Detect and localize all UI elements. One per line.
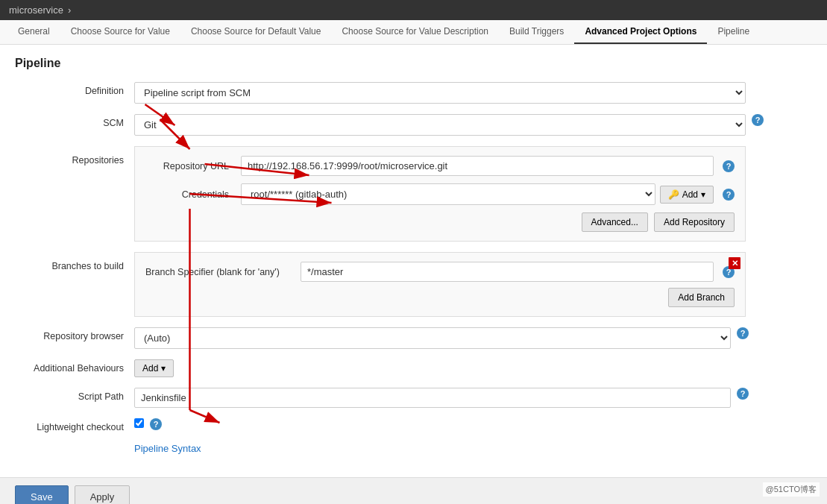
definition-label: Definition bbox=[15, 82, 134, 96]
repo-url-label: Repository URL bbox=[145, 161, 235, 171]
repositories-label: Repositories bbox=[15, 146, 134, 166]
repositories-box: Repository URL ? Credentials root/******… bbox=[134, 146, 746, 242]
credentials-help-icon[interactable]: ? bbox=[723, 189, 735, 201]
additional-behaviours-add-button[interactable]: Add ▾ bbox=[134, 359, 174, 377]
content-area: Pipeline Definition Pipeline script from… bbox=[0, 45, 827, 477]
credentials-select[interactable]: root/****** (gitlab-auth) bbox=[241, 183, 655, 205]
lightweight-checkout-help-icon[interactable]: ? bbox=[150, 418, 162, 430]
repo-url-input[interactable] bbox=[241, 156, 714, 176]
add-branch-button[interactable]: Add Branch bbox=[668, 288, 735, 307]
scm-select[interactable]: Git bbox=[134, 114, 746, 136]
advanced-button[interactable]: Advanced... bbox=[582, 212, 648, 232]
lightweight-checkout-checkbox[interactable] bbox=[134, 418, 144, 428]
tab-pipeline[interactable]: Pipeline bbox=[707, 20, 760, 44]
add-repository-button[interactable]: Add Repository bbox=[654, 212, 735, 232]
definition-select[interactable]: Pipeline script from SCM bbox=[134, 82, 746, 104]
script-path-label: Script Path bbox=[15, 388, 134, 402]
tabs-bar: General Choose Source for Value Choose S… bbox=[0, 20, 827, 45]
watermark: @51CTO博客 bbox=[763, 482, 820, 497]
tab-choose-source-default[interactable]: Choose Source for Default Value bbox=[180, 20, 332, 44]
additional-add-chevron-icon: ▾ bbox=[161, 363, 166, 374]
tab-build-triggers[interactable]: Build Triggers bbox=[499, 20, 574, 44]
bottom-bar: Save Apply bbox=[0, 477, 827, 504]
key-icon: 🔑 bbox=[668, 189, 679, 200]
dropdown-chevron-icon: ▾ bbox=[701, 189, 705, 200]
tab-choose-source-value[interactable]: Choose Source for Value bbox=[60, 20, 180, 44]
tab-choose-source-desc[interactable]: Choose Source for Value Description bbox=[331, 20, 499, 44]
tab-general[interactable]: General bbox=[7, 20, 60, 44]
red-x-button[interactable]: ✕ bbox=[729, 257, 740, 269]
page-title: Pipeline bbox=[15, 57, 812, 70]
pipeline-syntax-link[interactable]: Pipeline Syntax bbox=[134, 443, 201, 454]
repo-browser-select[interactable]: (Auto) bbox=[134, 327, 731, 349]
tab-advanced-project-options[interactable]: Advanced Project Options bbox=[574, 20, 707, 44]
top-bar: microservice › bbox=[0, 0, 827, 20]
branches-label: Branches to build bbox=[15, 252, 134, 271]
apply-button[interactable]: Apply bbox=[75, 485, 131, 504]
project-name[interactable]: microservice bbox=[9, 4, 63, 16]
scm-help-icon[interactable]: ? bbox=[752, 114, 764, 126]
repo-url-help-icon[interactable]: ? bbox=[723, 160, 735, 172]
credentials-add-button[interactable]: 🔑 Add ▾ bbox=[660, 186, 714, 204]
branch-specifier-input[interactable] bbox=[301, 262, 714, 282]
branches-box: ✕ Branch Specifier (blank for 'any') ? A… bbox=[134, 252, 746, 317]
repo-browser-help-icon[interactable]: ? bbox=[737, 327, 749, 339]
scm-label: SCM bbox=[15, 114, 134, 128]
branch-specifier-label: Branch Specifier (blank for 'any') bbox=[145, 267, 295, 277]
script-path-input[interactable] bbox=[134, 388, 731, 408]
chevron-icon: › bbox=[68, 4, 71, 16]
script-path-help-icon[interactable]: ? bbox=[737, 388, 749, 400]
repo-browser-label: Repository browser bbox=[15, 327, 134, 341]
additional-behaviours-label: Additional Behaviours bbox=[15, 359, 134, 374]
save-button[interactable]: Save bbox=[15, 485, 69, 504]
credentials-label: Credentials bbox=[145, 189, 235, 200]
lightweight-checkout-label: Lightweight checkout bbox=[15, 418, 134, 432]
